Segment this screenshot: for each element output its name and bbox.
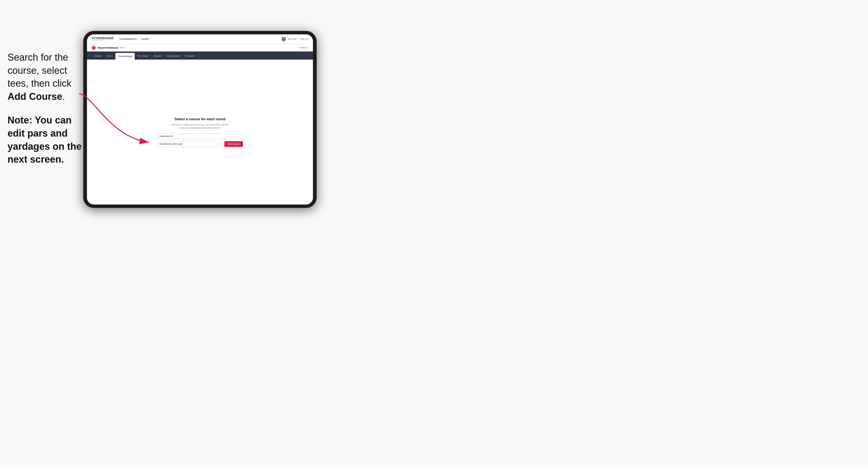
main-content: Select a course for each round Search fo… (87, 60, 313, 205)
user-avatar: T (282, 37, 286, 41)
nav-teams[interactable]: TEAMS (141, 38, 149, 40)
logo: SCOREBOARD Powered by clippd (92, 37, 114, 41)
course-select-card: Select a course for each round Search fo… (157, 117, 243, 147)
cancel-label: Cancel (299, 46, 306, 49)
note-line3: yardages on the (7, 141, 82, 152)
tablet-frame: SCOREBOARD Powered by clippd TOURNAMENTS… (83, 31, 317, 208)
note-line2: edit pars and (7, 128, 68, 139)
note-line4: next screen. (7, 154, 64, 165)
tab-details[interactable]: Details (92, 52, 103, 60)
sign-out-link[interactable]: Sign out (300, 38, 308, 40)
tab-printables[interactable]: Printables (182, 52, 197, 60)
tee-chevron-icon[interactable]: ⌄ (218, 143, 220, 145)
tab-results[interactable]: Results (151, 52, 164, 60)
note-line1: Note: You can (7, 115, 72, 126)
user-label: Test User (287, 38, 297, 40)
cancel-button[interactable]: Cancel × (299, 46, 308, 49)
annotation-line2: course, select (7, 65, 67, 76)
annotation-text: Search for the course, select tees, then… (7, 51, 84, 166)
annotation-bold: Add Course (7, 91, 62, 102)
tee-value: Gold (M) (M) (7010 yds) (159, 143, 182, 145)
tab-teams[interactable]: Teams (103, 52, 116, 60)
nav-tournaments[interactable]: TOURNAMENTS (119, 38, 136, 40)
cancel-icon: × (307, 46, 308, 49)
annotation-punct: . (62, 91, 65, 102)
tournament-gender: (Men) (120, 46, 125, 49)
tee-select[interactable]: Gold (M) (M) (7010 yds) × ⌄ (157, 141, 223, 147)
tablet-screen: SCOREBOARD Powered by clippd TOURNAMENTS… (87, 34, 313, 205)
c-logo-icon: C (92, 46, 96, 50)
tab-leaderboards[interactable]: Leaderboards (164, 52, 182, 60)
tab-course-setup[interactable]: Course Setup (116, 53, 135, 60)
tab-tee-groups[interactable]: Tee Groups (135, 52, 151, 60)
logo-text: SCOREBOARD (92, 37, 114, 40)
annotation-line1: Search for the (7, 52, 68, 63)
logo-subtext: Powered by clippd (92, 40, 114, 41)
top-navbar: SCOREBOARD Powered by clippd TOURNAMENTS… (87, 34, 313, 44)
section-description: Search for a course and select a tee. Yo… (157, 123, 243, 130)
add-course-button[interactable]: Add Course (224, 141, 243, 147)
tee-clear-icon[interactable]: × (216, 143, 217, 146)
tournament-title: Clippd Invitational (97, 46, 118, 49)
section-title: Select a course for each round (157, 117, 243, 121)
tab-navigation: Details Teams Course Setup Tee Groups Re… (87, 52, 313, 60)
annotation-line3: tees, then click (7, 78, 71, 89)
course-search-input[interactable] (157, 133, 243, 139)
tournament-header: C Clippd Invitational (Men) Cancel × (87, 44, 313, 52)
nav-separator: | (298, 38, 299, 40)
